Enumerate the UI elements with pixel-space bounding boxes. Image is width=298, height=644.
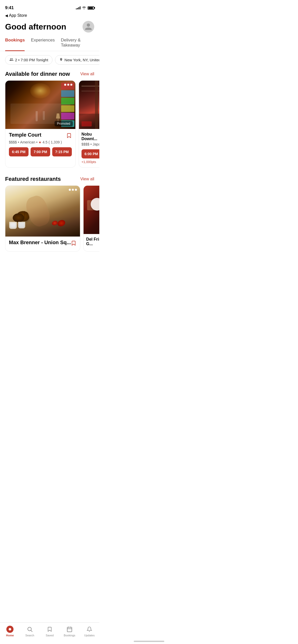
tab-experiences[interactable]: Experiences <box>31 38 55 51</box>
status-icons <box>76 6 94 10</box>
filter-chips: 2 • 7:00 PM Tonight New York, NY, United… <box>0 51 99 69</box>
max-brenner-body: Max Brenner - Union Sq... <box>5 237 80 251</box>
time-slot-715[interactable]: 7:15 PM <box>52 147 72 156</box>
nobu-name: Nobu Downt... <box>82 132 99 141</box>
battery-icon <box>88 6 94 10</box>
time-slot-700[interactable]: 7:00 PM <box>31 147 50 156</box>
back-label: App Store <box>9 13 27 18</box>
nobu-meta: $$$$ • Japanese <box>82 142 99 146</box>
nobu-body: Nobu Downt... $$$$ • Japanese 6:00 PM +1… <box>79 129 99 167</box>
temple-court-name: Temple Court <box>9 132 41 138</box>
del-friscos-image <box>84 186 99 234</box>
del-friscos-name: Del Frisco's G... <box>86 237 99 246</box>
guests-icon <box>9 57 13 62</box>
available-view-all[interactable]: View all <box>80 72 94 76</box>
status-time: 9:41 <box>5 5 14 10</box>
location-filter-label: New York, NY, United States <box>64 58 99 62</box>
temple-court-time-slots: 6:45 PM 7:00 PM 7:15 PM <box>9 147 72 156</box>
time-slot-645[interactable]: 6:45 PM <box>9 147 29 156</box>
restaurant-card-del-friscos[interactable]: Del Frisco's G... <box>83 185 99 252</box>
tab-delivery[interactable]: Delivery & Takeaway <box>61 38 94 51</box>
back-button[interactable]: ◀ App Store <box>5 13 27 18</box>
location-filter[interactable]: New York, NY, United States <box>55 55 99 65</box>
guests-filter[interactable]: 2 • 7:00 PM Tonight <box>5 55 52 65</box>
nobu-image <box>79 81 99 129</box>
signal-icon <box>76 6 80 9</box>
temple-court-image: Promoted <box>5 81 75 129</box>
restaurant-card-temple-court[interactable]: Promoted Temple Court $$$$ • American • … <box>5 80 76 168</box>
user-avatar[interactable] <box>83 21 94 33</box>
max-brenner-image <box>5 186 80 237</box>
available-title: Available for dinner now <box>5 71 70 77</box>
available-section-header: Available for dinner now View all <box>0 69 99 80</box>
back-arrow-icon: ◀ <box>5 13 8 18</box>
max-brenner-name: Max Brenner - Union Sq... <box>9 240 71 245</box>
greeting-text: Good afternoon <box>5 22 66 32</box>
featured-section-header: Featured restaurants View all <box>0 174 99 185</box>
temple-court-bookmark[interactable] <box>66 132 72 139</box>
wifi-icon <box>82 6 86 9</box>
restaurant-card-nobu[interactable]: Nobu Downt... $$$$ • Japanese 6:00 PM +1… <box>79 80 99 168</box>
available-restaurants-list: Promoted Temple Court $$$$ • American • … <box>0 80 99 168</box>
max-brenner-dots <box>69 189 77 191</box>
page-header: Good afternoon <box>0 18 99 33</box>
location-icon <box>59 57 63 62</box>
avatar-icon <box>84 23 92 31</box>
card-image-dots <box>64 84 72 86</box>
restaurant-card-max-brenner[interactable]: Max Brenner - Union Sq... <box>5 185 80 252</box>
nobu-pts: +1,000pts <box>82 160 99 164</box>
featured-title: Featured restaurants <box>5 176 61 182</box>
featured-view-all[interactable]: View all <box>80 177 94 181</box>
del-friscos-body: Del Frisco's G... <box>84 234 99 251</box>
top-navigation: ◀ App Store <box>0 12 99 18</box>
nobu-time-slot-600[interactable]: 6:00 PM <box>82 149 99 158</box>
status-bar: 9:41 <box>0 0 99 12</box>
featured-restaurants-list: Max Brenner - Union Sq... <box>0 185 99 252</box>
nobu-time-slots: 6:00 PM <box>82 149 99 158</box>
tab-bookings[interactable]: Bookings <box>5 38 25 51</box>
promoted-badge: Promoted <box>55 121 73 126</box>
temple-court-meta: $$$$ • American • ★ 4.5 (1,339) <box>9 140 72 144</box>
temple-court-body: Temple Court $$$$ • American • ★ 4.5 (1,… <box>5 129 75 160</box>
max-brenner-bookmark[interactable] <box>71 240 76 247</box>
main-tabs: Bookings Experiences Delivery & Takeaway <box>0 33 99 51</box>
guests-filter-label: 2 • 7:00 PM Tonight <box>15 58 48 62</box>
